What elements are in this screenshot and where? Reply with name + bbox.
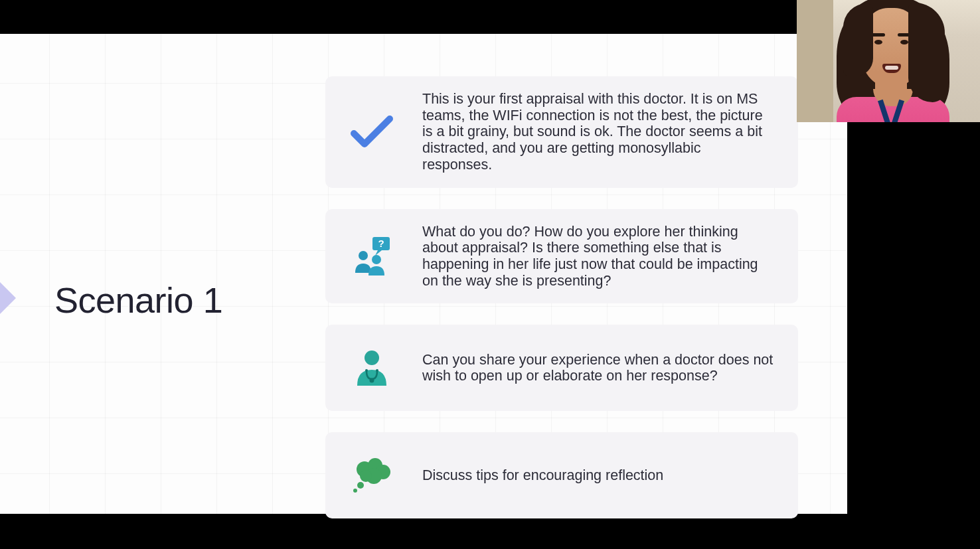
slide-pointer-icon (0, 278, 16, 318)
question-people-icon: ? (339, 236, 405, 277)
card-text: Can you share your experience when a doc… (422, 352, 774, 384)
list-item: This is your first appraisal with this d… (325, 76, 798, 188)
svg-point-6 (365, 369, 368, 372)
card-text: What do you do? How do you explore her t… (422, 224, 774, 289)
list-item: Discuss tips for encouraging reflection (325, 432, 798, 518)
doctor-icon (339, 349, 405, 387)
svg-point-3 (372, 255, 381, 264)
svg-point-13 (357, 482, 364, 489)
slide-title: Scenario 1 (54, 279, 222, 321)
thought-cloud-icon (339, 456, 405, 495)
svg-point-7 (376, 369, 378, 372)
list-item: ? What do you do? How do you explore her… (325, 209, 798, 304)
svg-text:?: ? (378, 238, 384, 249)
presenter-video (797, 0, 980, 122)
svg-point-5 (370, 378, 374, 383)
svg-point-2 (359, 251, 368, 260)
card-text: This is your first appraisal with this d… (422, 91, 774, 173)
svg-point-14 (353, 489, 357, 493)
slide-canvas: Scenario 1 This is your first appraisal … (0, 34, 847, 514)
card-list: This is your first appraisal with this d… (325, 76, 798, 518)
svg-point-4 (365, 351, 379, 365)
card-text: Discuss tips for encouraging reflection (422, 467, 663, 484)
check-icon (339, 115, 405, 149)
list-item: Can you share your experience when a doc… (325, 325, 798, 411)
svg-point-12 (360, 470, 372, 482)
